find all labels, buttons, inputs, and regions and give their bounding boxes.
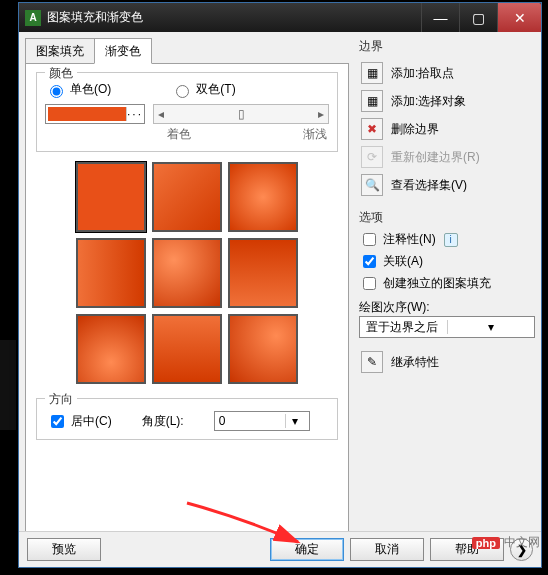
checkbox-assoc[interactable]: 关联(A) [359, 252, 535, 271]
angle-label: 角度(L): [142, 413, 184, 430]
gradient-preset-2[interactable] [152, 162, 222, 232]
btn-inherit[interactable]: ✎ 继承特性 [359, 348, 535, 376]
radio-double-input[interactable] [176, 85, 189, 98]
checkbox-annotative-input[interactable] [363, 233, 376, 246]
btn-delete-boundary[interactable]: ✖ 删除边界 [359, 115, 535, 143]
checkbox-assoc-label: 关联(A) [383, 253, 423, 270]
group-direction-legend: 方向 [45, 391, 77, 408]
app-icon: A [25, 10, 41, 26]
group-direction: 方向 居中(C) 角度(L): ▾ [36, 398, 338, 440]
checkbox-annotative[interactable]: 注释性(N) i [359, 230, 535, 249]
gradient-preset-5[interactable] [152, 238, 222, 308]
btn-recreate-boundary-label: 重新创建边界(R) [391, 149, 480, 166]
btn-delete-boundary-label: 删除边界 [391, 121, 439, 138]
checkbox-independent-label: 创建独立的图案填充 [383, 275, 491, 292]
section-options: 选项 注释性(N) i 关联(A) 创建独立的图案填充 绘图次序(W): [359, 209, 535, 338]
btn-view-selection[interactable]: 🔍 查看选择集(V) [359, 171, 535, 199]
angle-combobox[interactable]: ▾ [214, 411, 310, 431]
checkbox-assoc-input[interactable] [363, 255, 376, 268]
tab-strip: 图案填充 渐变色 [25, 38, 349, 64]
checkbox-center-input[interactable] [51, 415, 64, 428]
draworder-combobox[interactable]: 置于边界之后 ▾ [359, 316, 535, 338]
btn-add-select[interactable]: ▦ 添加:选择对象 [359, 87, 535, 115]
tint-label: 着色 [167, 126, 191, 143]
maximize-button[interactable]: ▢ [459, 3, 497, 32]
inherit-icon: ✎ [361, 351, 383, 373]
checkbox-annotative-label: 注释性(N) [383, 231, 436, 248]
recreate-boundary-icon: ⟳ [361, 146, 383, 168]
btn-recreate-boundary: ⟳ 重新创建边界(R) [359, 143, 535, 171]
btn-add-pickpoint-label: 添加:拾取点 [391, 65, 454, 82]
dialog-window: A 图案填充和渐变色 — ▢ ✕ 图案填充 渐变色 颜色 单色(O) [18, 2, 542, 568]
checkbox-center-label: 居中(C) [71, 413, 112, 430]
add-pickpoint-icon: ▦ [361, 62, 383, 84]
btn-add-pickpoint[interactable]: ▦ 添加:拾取点 [359, 59, 535, 87]
gradient-preset-1[interactable] [76, 162, 146, 232]
tab-gradient[interactable]: 渐变色 [94, 38, 152, 64]
options-label: 选项 [359, 209, 535, 226]
info-icon[interactable]: i [444, 233, 458, 247]
light-label: 渐浅 [303, 126, 327, 143]
watermark-text: 中文网 [504, 534, 540, 551]
btn-add-select-label: 添加:选择对象 [391, 93, 466, 110]
radio-single-input[interactable] [50, 85, 63, 98]
checkbox-independent-input[interactable] [363, 277, 376, 290]
section-boundary: 边界 ▦ 添加:拾取点 ▦ 添加:选择对象 ✖ 删除边界 ⟳ 重新创建边界(R) [359, 38, 535, 199]
checkbox-independent[interactable]: 创建独立的图案填充 [359, 274, 535, 293]
draworder-dropdown-icon: ▾ [447, 320, 535, 334]
gradient-preset-4[interactable] [76, 238, 146, 308]
delete-boundary-icon: ✖ [361, 118, 383, 140]
tab-pattern[interactable]: 图案填充 [25, 38, 95, 64]
color-swatch-preview [48, 107, 126, 121]
radio-double-color[interactable]: 双色(T) [171, 81, 235, 98]
color-swatch-picker[interactable]: ··· [45, 104, 145, 124]
btn-ok[interactable]: 确定 [270, 538, 344, 561]
minimize-button[interactable]: — [421, 3, 459, 32]
btn-inherit-label: 继承特性 [391, 354, 439, 371]
watermark: php 中文网 [472, 534, 540, 551]
window-title: 图案填充和渐变色 [47, 9, 421, 26]
btn-view-selection-label: 查看选择集(V) [391, 177, 467, 194]
tab-panel-gradient: 颜色 单色(O) 双色(T) [25, 63, 349, 534]
watermark-logo: php [472, 537, 500, 549]
gradient-preset-8[interactable] [152, 314, 222, 384]
external-dark-area [0, 340, 16, 430]
gradient-preset-3[interactable] [228, 162, 298, 232]
btn-cancel[interactable]: 取消 [350, 538, 424, 561]
angle-dropdown-icon: ▾ [285, 414, 305, 428]
btn-preview[interactable]: 预览 [27, 538, 101, 561]
slider-left-arrow-icon: ◂ [158, 107, 164, 121]
draworder-label: 绘图次序(W): [359, 300, 430, 314]
draworder-value: 置于边界之后 [360, 319, 447, 336]
window-buttons: — ▢ ✕ [421, 3, 541, 32]
gradient-preset-7[interactable] [76, 314, 146, 384]
angle-input[interactable] [215, 412, 285, 430]
gradient-preset-6[interactable] [228, 238, 298, 308]
color-swatch-dropdown-icon: ··· [126, 107, 142, 121]
add-select-icon: ▦ [361, 90, 383, 112]
close-button[interactable]: ✕ [497, 3, 541, 32]
gradient-preset-9[interactable] [228, 314, 298, 384]
radio-single-color[interactable]: 单色(O) [45, 81, 111, 98]
tint-slider[interactable]: ◂ ▯ ▸ [153, 104, 329, 124]
group-color-legend: 颜色 [45, 65, 77, 82]
slider-thumb-icon: ▯ [238, 107, 245, 121]
radio-double-label: 双色(T) [196, 81, 235, 98]
checkbox-center[interactable]: 居中(C) [47, 412, 112, 431]
section-inherit: ✎ 继承特性 [359, 348, 535, 376]
gradient-preset-grid [36, 162, 338, 384]
titlebar[interactable]: A 图案填充和渐变色 — ▢ ✕ [19, 3, 541, 32]
dialog-footer: 预览 确定 取消 帮助 ❯ [19, 531, 541, 567]
boundary-label: 边界 [359, 38, 535, 55]
slider-right-arrow-icon: ▸ [318, 107, 324, 121]
radio-single-label: 单色(O) [70, 81, 111, 98]
view-selection-icon: 🔍 [361, 174, 383, 196]
group-color: 颜色 单色(O) 双色(T) [36, 72, 338, 152]
